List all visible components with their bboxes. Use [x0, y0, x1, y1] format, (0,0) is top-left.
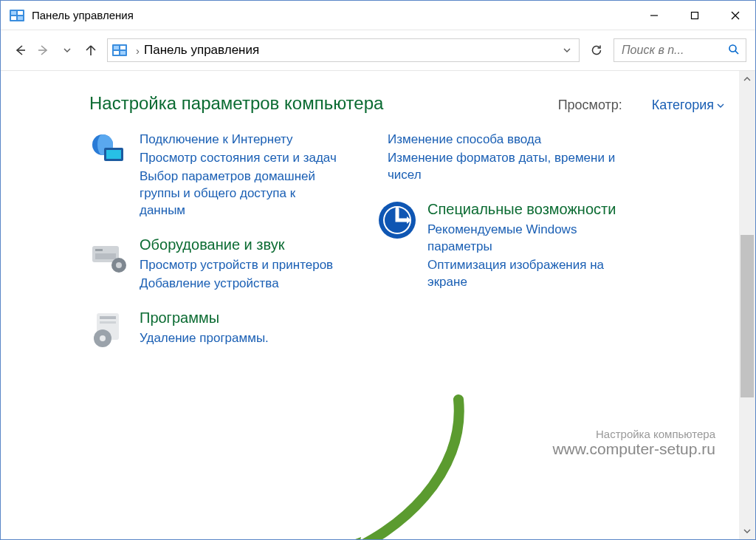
- back-button[interactable]: [10, 40, 30, 61]
- svg-point-25: [116, 262, 122, 268]
- category-programs: Программы Удаление программы.: [89, 309, 340, 349]
- svg-rect-22: [95, 249, 103, 251]
- link-change-input-method[interactable]: Изменение способа ввода: [388, 131, 628, 148]
- search-input[interactable]: [620, 43, 728, 58]
- category-clock-region-partial: Изменение способа ввода Изменение формат…: [377, 131, 628, 185]
- close-button[interactable]: [715, 1, 755, 30]
- watermark-line1: Настройка компьютера: [552, 428, 715, 440]
- view-by-label: Просмотр:: [558, 98, 622, 113]
- link-uninstall-program[interactable]: Удаление программы.: [140, 330, 269, 347]
- main-panel: Настройка параметров компьютера Просмотр…: [1, 71, 739, 539]
- category-ease-of-access: Специальные возможности Рекомендуемые Wi…: [377, 200, 628, 293]
- control-panel-app-icon: [10, 10, 24, 21]
- hardware-icon: [89, 236, 129, 276]
- svg-rect-12: [114, 46, 119, 49]
- toolbar: › Панель управления: [1, 30, 755, 71]
- svg-rect-15: [120, 51, 126, 55]
- breadcrumb-current[interactable]: Панель управления: [144, 43, 560, 58]
- minimize-button[interactable]: [633, 1, 674, 30]
- category-title-hardware[interactable]: Оборудование и звук: [140, 236, 333, 254]
- window: Панель управления › Панель управления: [0, 0, 756, 540]
- annotation-arrow: [311, 385, 488, 539]
- svg-rect-23: [95, 253, 116, 259]
- svg-rect-14: [114, 51, 119, 55]
- breadcrumb-separator-icon: ›: [136, 44, 140, 57]
- link-devices-printers[interactable]: Просмотр устройств и принтеров: [140, 257, 333, 274]
- svg-rect-2: [18, 11, 23, 15]
- category-title-ease-of-access[interactable]: Специальные возможности: [427, 200, 628, 219]
- network-icon: [89, 131, 129, 171]
- category-columns: Подключение к Интернету Просмотр состоян…: [89, 131, 724, 363]
- control-panel-icon: [112, 44, 127, 56]
- ease-of-access-icon: [377, 200, 417, 240]
- programs-icon: [89, 309, 129, 349]
- svg-point-30: [100, 335, 106, 341]
- scroll-thumb[interactable]: [740, 235, 754, 397]
- titlebar: Панель управления: [1, 1, 755, 30]
- left-column: Подключение к Интернету Просмотр состоян…: [89, 131, 340, 363]
- search-icon[interactable]: [728, 44, 740, 58]
- up-button[interactable]: [80, 40, 101, 61]
- search-box[interactable]: [614, 38, 746, 62]
- svg-rect-6: [691, 12, 698, 18]
- window-title: Панель управления: [32, 9, 134, 21]
- svg-rect-4: [18, 16, 23, 20]
- forward-button[interactable]: [33, 40, 54, 61]
- view-by-value: Категория: [652, 98, 714, 113]
- svg-point-16: [729, 45, 736, 52]
- recent-dropdown[interactable]: [57, 40, 78, 61]
- watermark: Настройка компьютера www.computer-setup.…: [552, 428, 715, 458]
- maximize-button[interactable]: [674, 1, 715, 30]
- link-add-device[interactable]: Добавление устройства: [140, 276, 333, 293]
- address-bar[interactable]: › Панель управления: [107, 38, 580, 62]
- link-recommended-settings[interactable]: Рекомендуемые Windows параметры: [427, 222, 628, 256]
- category-title-programs[interactable]: Программы: [140, 309, 269, 327]
- scroll-down-button[interactable]: [739, 523, 755, 539]
- link-connect-internet[interactable]: Подключение к Интернету: [140, 131, 340, 148]
- link-optimize-display[interactable]: Оптимизация изображения на экране: [427, 257, 628, 291]
- refresh-button[interactable]: [585, 39, 608, 61]
- link-homegroup[interactable]: Выбор параметров домашней группы и общег…: [140, 168, 340, 219]
- link-network-status[interactable]: Просмотр состояния сети и задач: [140, 150, 340, 167]
- page-title: Настройка параметров компьютера: [89, 93, 383, 114]
- svg-rect-3: [11, 16, 16, 20]
- category-network: Подключение к Интернету Просмотр состоян…: [89, 131, 340, 221]
- view-by-dropdown[interactable]: Категория: [652, 98, 724, 113]
- content-area: Настройка параметров компьютера Просмотр…: [1, 71, 755, 539]
- vertical-scrollbar[interactable]: [739, 71, 755, 539]
- chevron-down-icon: [717, 102, 724, 109]
- svg-rect-27: [100, 316, 116, 319]
- svg-rect-28: [100, 321, 116, 324]
- category-hardware: Оборудование и звук Просмотр устройств и…: [89, 236, 340, 294]
- svg-rect-1: [11, 11, 16, 15]
- watermark-line2: www.computer-setup.ru: [552, 440, 715, 458]
- right-column: Изменение способа ввода Изменение формат…: [377, 131, 628, 363]
- svg-rect-20: [106, 150, 121, 159]
- address-dropdown-icon[interactable]: [560, 44, 574, 57]
- svg-rect-13: [120, 46, 126, 49]
- scroll-track[interactable]: [739, 87, 755, 523]
- header-row: Настройка параметров компьютера Просмотр…: [89, 93, 724, 114]
- svg-line-17: [735, 51, 738, 54]
- scroll-up-button[interactable]: [739, 71, 755, 87]
- link-change-date-formats[interactable]: Изменение форматов даты, времени и чисел: [388, 150, 628, 184]
